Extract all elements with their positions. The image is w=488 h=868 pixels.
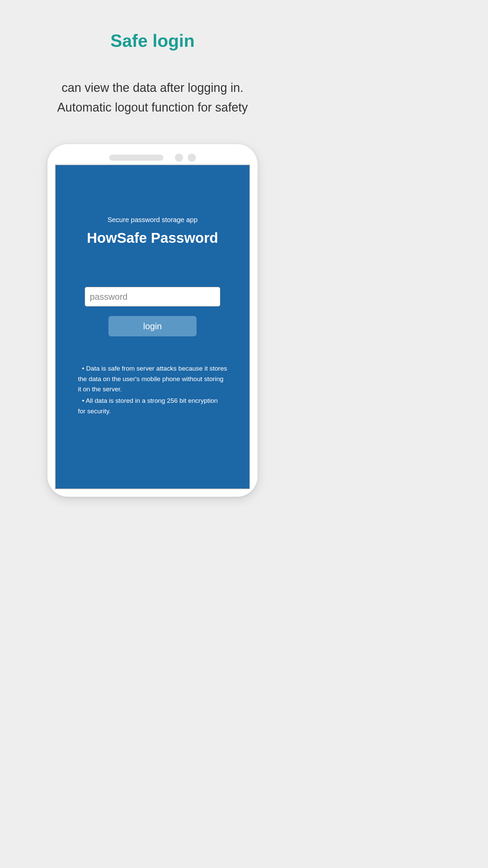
app-name: HowSafe Password bbox=[87, 230, 218, 246]
speaker-grille bbox=[109, 155, 163, 161]
bullet-2: • All data is stored in a strong 256 bit… bbox=[78, 396, 227, 416]
page-subtitle: can view the data after logging in. Auto… bbox=[57, 78, 248, 117]
subtitle-line-2: Automatic logout function for safety bbox=[57, 100, 248, 114]
login-button[interactable]: login bbox=[108, 316, 197, 336]
phone-mockup-frame: Secure password storage app HowSafe Pass… bbox=[47, 144, 258, 497]
password-input[interactable] bbox=[85, 287, 220, 307]
info-bullets: • Data is safe from server attacks becau… bbox=[78, 363, 227, 418]
page-title: Safe login bbox=[110, 31, 195, 51]
bullet-1: • Data is safe from server attacks becau… bbox=[78, 363, 227, 394]
phone-notch bbox=[109, 154, 196, 162]
camera-dot bbox=[188, 154, 196, 162]
app-screen: Secure password storage app HowSafe Pass… bbox=[55, 164, 250, 489]
app-tagline: Secure password storage app bbox=[107, 216, 198, 224]
subtitle-line-1: can view the data after logging in. bbox=[62, 81, 243, 95]
sensor-dot bbox=[175, 154, 183, 162]
